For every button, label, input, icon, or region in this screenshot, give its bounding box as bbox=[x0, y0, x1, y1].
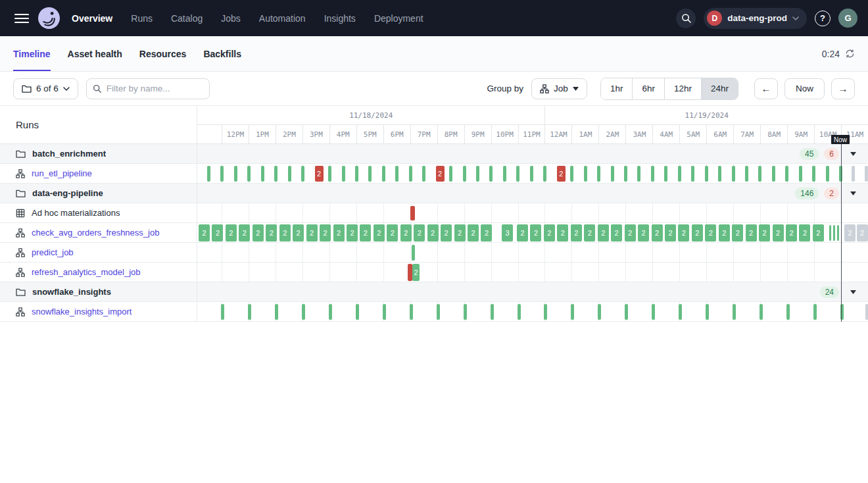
run-bar-success[interactable] bbox=[799, 166, 802, 182]
run-bar-success[interactable]: 2 bbox=[638, 224, 649, 242]
run-bar-success[interactable] bbox=[706, 304, 709, 320]
run-bar-success[interactable] bbox=[395, 166, 398, 182]
nav-item-jobs[interactable]: Jobs bbox=[221, 13, 241, 24]
run-bar-failure[interactable]: 2 bbox=[436, 166, 445, 182]
run-bar-success[interactable] bbox=[544, 304, 547, 320]
run-bar-success[interactable] bbox=[409, 166, 412, 182]
run-bar-success[interactable] bbox=[584, 166, 587, 182]
run-bar-success[interactable]: 2 bbox=[732, 224, 743, 242]
nav-item-deployment[interactable]: Deployment bbox=[374, 13, 423, 24]
run-bar-success[interactable] bbox=[329, 304, 332, 320]
run-bar-success[interactable]: 2 bbox=[293, 224, 304, 242]
nav-item-overview[interactable]: Overview bbox=[72, 13, 112, 24]
run-bar-success[interactable]: 2 bbox=[212, 224, 223, 242]
run-bar-success[interactable] bbox=[356, 304, 359, 320]
run-bar-success[interactable]: 2 bbox=[239, 224, 250, 242]
run-bar-success[interactable]: 2 bbox=[226, 224, 237, 242]
run-bar-success[interactable]: 2 bbox=[692, 224, 703, 242]
run-bar-success[interactable]: 2 bbox=[584, 224, 595, 242]
run-bar-success[interactable] bbox=[758, 166, 761, 182]
run-bar-success[interactable]: 2 bbox=[427, 224, 439, 242]
run-bar-success[interactable] bbox=[302, 304, 305, 320]
run-bar-success[interactable]: 2 bbox=[625, 224, 636, 242]
run-bar-success[interactable] bbox=[785, 166, 788, 182]
run-bar-failure[interactable] bbox=[408, 264, 412, 281]
run-bar-success[interactable]: 2 bbox=[517, 224, 528, 242]
run-bar-success[interactable] bbox=[476, 166, 479, 182]
run-bar-success[interactable]: 2 bbox=[678, 224, 689, 242]
run-bar-success[interactable]: 2 bbox=[454, 224, 466, 242]
run-bar-success[interactable] bbox=[597, 166, 600, 182]
row-name[interactable]: predict_job bbox=[32, 247, 74, 257]
run-bar-success[interactable] bbox=[733, 304, 736, 320]
group-by-dropdown[interactable]: Job bbox=[531, 78, 587, 99]
expand-group-button[interactable] bbox=[847, 286, 859, 298]
run-bar-success[interactable]: 2 bbox=[412, 264, 420, 281]
run-bar-success[interactable] bbox=[678, 166, 681, 182]
tab-asset-health[interactable]: Asset health bbox=[68, 36, 122, 71]
run-bar-success[interactable] bbox=[637, 166, 640, 182]
run-bar-future[interactable]: 2 bbox=[857, 224, 868, 242]
run-bar-success[interactable]: 2 bbox=[441, 224, 452, 242]
timeline-back-button[interactable]: ← bbox=[754, 78, 778, 99]
run-bar-success[interactable] bbox=[412, 245, 415, 261]
run-bar-success[interactable] bbox=[449, 166, 452, 182]
run-bar-failure[interactable]: 2 bbox=[315, 166, 324, 182]
run-bar-success[interactable] bbox=[234, 166, 237, 182]
run-bar-success[interactable] bbox=[342, 166, 345, 182]
run-bar-success[interactable] bbox=[410, 304, 413, 320]
run-bar-success[interactable]: 2 bbox=[705, 224, 716, 242]
run-bar-success[interactable] bbox=[826, 166, 829, 182]
run-bar-success[interactable] bbox=[598, 304, 601, 320]
run-bar-success[interactable] bbox=[437, 304, 440, 320]
name-filter-input[interactable] bbox=[86, 78, 210, 99]
run-bar-success[interactable]: 2 bbox=[799, 224, 810, 242]
run-bar-success[interactable] bbox=[624, 166, 627, 182]
run-bar-success[interactable] bbox=[328, 166, 331, 182]
run-bar-success[interactable] bbox=[220, 166, 224, 182]
run-bar-success[interactable]: 2 bbox=[746, 224, 757, 242]
run-bar-success[interactable]: 2 bbox=[598, 224, 609, 242]
row-name[interactable]: refresh_analytics_model_job bbox=[32, 267, 140, 277]
run-bar-future[interactable]: 2 bbox=[844, 224, 856, 242]
run-bar-success[interactable]: 2 bbox=[333, 224, 345, 242]
run-bar-success[interactable] bbox=[382, 166, 385, 182]
run-bar-success[interactable] bbox=[543, 166, 546, 182]
run-bar-success[interactable] bbox=[248, 304, 251, 320]
run-bar-success[interactable] bbox=[651, 166, 654, 182]
run-bar-success[interactable]: 2 bbox=[360, 224, 371, 242]
avatar[interactable]: G bbox=[838, 9, 857, 28]
range-6hr[interactable]: 6hr bbox=[633, 78, 665, 99]
run-bar-success[interactable]: 2 bbox=[530, 224, 541, 242]
run-bar-success[interactable] bbox=[664, 166, 667, 182]
group-row-batch-enrichment[interactable]: batch_enrichment456 bbox=[0, 144, 868, 164]
run-bar-success[interactable] bbox=[383, 304, 386, 320]
refresh-button[interactable] bbox=[845, 49, 855, 59]
run-bar-success[interactable] bbox=[745, 166, 748, 182]
row-name[interactable]: snowflake_insights_import bbox=[32, 307, 132, 317]
help-icon[interactable]: ? bbox=[815, 11, 831, 26]
group-row-snowflake-insights[interactable]: snowflake_insights24 bbox=[0, 282, 868, 302]
run-bar-success[interactable] bbox=[760, 304, 763, 320]
run-bar-success[interactable]: 2 bbox=[347, 224, 358, 242]
run-bar-success[interactable] bbox=[829, 225, 831, 241]
run-bar-success[interactable] bbox=[247, 166, 251, 182]
range-1hr[interactable]: 1hr bbox=[601, 78, 633, 99]
run-bar-success[interactable] bbox=[301, 166, 304, 182]
run-bar-success[interactable]: 2 bbox=[414, 224, 425, 242]
run-bar-success[interactable]: 2 bbox=[481, 224, 492, 242]
group-row-data-eng-pipeline[interactable]: data-eng-pipeline1462 bbox=[0, 184, 868, 203]
run-bar-success[interactable]: 2 bbox=[320, 224, 331, 242]
run-bar-success[interactable] bbox=[812, 166, 815, 182]
range-24hr[interactable]: 24hr bbox=[702, 78, 738, 99]
search-button[interactable] bbox=[676, 9, 696, 28]
run-bar-success[interactable]: 2 bbox=[468, 224, 479, 242]
timeline-forward-button[interactable]: → bbox=[831, 78, 855, 99]
row-name[interactable]: check_avg_orders_freshness_job bbox=[32, 228, 159, 238]
run-bar-success[interactable] bbox=[833, 225, 835, 241]
workspace-switcher[interactable]: D data-eng-prod bbox=[704, 8, 807, 29]
run-bar-success[interactable] bbox=[489, 166, 493, 182]
nav-item-catalog[interactable]: Catalog bbox=[171, 13, 203, 24]
run-bar-success[interactable]: 2 bbox=[306, 224, 318, 242]
run-bar-success[interactable]: 2 bbox=[544, 224, 555, 242]
